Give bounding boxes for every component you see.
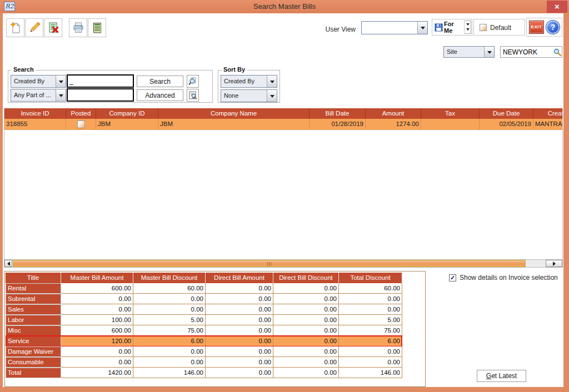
col-header: Master Bill Amount [61,273,133,283]
cell: 6.00 [133,336,206,346]
search-text-input[interactable] [67,74,134,88]
cell: 0.00 [339,304,402,315]
col-header[interactable]: Bill Date [310,108,366,119]
show-details-label: Show details on Invoice selection [460,274,558,282]
site-dropdown-button[interactable] [484,47,494,57]
details-row-labor[interactable]: Labor 100.00 5.00 0.00 0.00 5.00 [6,315,402,325]
delete-button[interactable] [44,18,62,37]
cell: 0.00 [339,346,402,357]
row-title: Service [6,336,61,346]
scroll-left-button[interactable] [4,260,12,267]
dropdown-button[interactable] [267,76,277,87]
site-search-input[interactable] [501,47,552,57]
cell: 0.00 [273,357,339,368]
search-field-selector[interactable]: Created By [11,75,66,88]
row-title: Misc [6,325,61,336]
details-row-misc[interactable]: Misc 600.00 75.00 0.00 0.00 75.00 [6,325,402,336]
details-row-rental[interactable]: Rental 600.00 60.00 0.00 0.00 60.00 [6,283,402,294]
col-header[interactable]: Tax [421,108,480,119]
chevron-down-icon [421,27,425,29]
posted-checkbox[interactable] [77,120,85,128]
details-row-subrental[interactable]: Subrental 0.00 0.00 0.00 0.00 0.00 [6,294,402,304]
export-grid-button[interactable] [88,18,106,37]
col-header[interactable]: Company Name [158,108,310,119]
cell: 0.00 [206,294,273,304]
col-header[interactable]: Company ID [96,108,158,119]
export-grid-icon [91,21,104,34]
spinner-arrow-icon [466,23,470,26]
cell: 5.00 [339,315,402,325]
user-view-dropdown-button[interactable] [417,22,427,34]
dropdown-button[interactable] [56,76,66,87]
cell: 146.00 [339,368,402,378]
advanced-find-button[interactable] [187,89,199,102]
for-me-button[interactable]: For Me [433,21,464,34]
col-header[interactable]: Due Date [480,108,533,119]
help-button[interactable]: ? [546,21,560,34]
cell: 0.00 [273,294,339,304]
details-row-damage-waiver[interactable]: Damage Waiver 0.00 0.00 0.00 0.00 0.00 [6,346,402,357]
close-button[interactable]: × [547,1,567,13]
default-checkbox[interactable] [480,24,487,31]
cell-due-date: 02/05/2019 [480,119,533,129]
scroll-right-button[interactable] [546,260,562,267]
cell: 0.00 [339,294,402,304]
window-title: Search Master Bills [0,0,569,13]
sort-secondary-selector[interactable]: None [221,89,277,102]
chevron-down-icon [270,81,274,83]
edit-pencil-icon [28,21,41,34]
dropdown-button[interactable] [267,90,277,102]
exit-button[interactable]: EXIT [529,21,544,34]
cell: 0.00 [61,346,133,357]
arrow-right-icon [553,262,556,266]
default-label: Default [490,24,511,32]
get-latest-button[interactable]: Get Latest [477,370,526,382]
user-view-value [362,22,417,34]
col-header[interactable]: Posted [66,108,96,119]
chevron-down-icon [59,81,63,83]
search-button[interactable]: Search [137,76,183,87]
site-magnifier-icon[interactable] [553,48,562,57]
for-me-label: For Me [444,21,464,34]
print-button[interactable] [69,18,87,37]
save-floppy-icon [435,23,443,32]
cell: 0.00 [133,294,206,304]
close-icon: × [555,2,560,11]
details-panel: Title Master Bill Amount Master Bill Dis… [4,271,426,387]
col-header[interactable]: Created By [533,108,563,119]
sort-primary-selector[interactable]: Created By [221,75,277,88]
search-text-input-2[interactable] [67,88,134,102]
for-me-spinner[interactable] [464,21,471,34]
details-row-total[interactable]: Total 1420.00 146.00 0.00 0.00 146.00 [6,368,402,378]
cell: 0.00 [206,368,273,378]
details-row-sales[interactable]: Sales 0.00 0.00 0.00 0.00 0.00 [6,304,402,315]
invoice-row-selected[interactable]: 318855 JBM JBM 01/28/2019 1274.00 02/05/… [4,119,563,130]
scrollbar-thumb[interactable] [13,260,526,267]
user-view-combobox[interactable] [361,21,428,34]
col-header[interactable]: Amount [366,108,421,119]
cell: 0.00 [133,304,206,315]
dropdown-button[interactable] [56,89,66,101]
cell: 60.00 [133,283,206,294]
search-match-selector[interactable]: Any Part of ... [11,89,66,102]
edit-button[interactable] [25,18,43,37]
cell-tax [421,119,480,129]
details-row-service-selected[interactable]: Service 120.00 6.00 0.00 0.00 6.00 [6,336,402,346]
user-view-label: User View [311,26,356,33]
new-button[interactable] [6,18,24,37]
advanced-button[interactable]: Advanced [137,89,183,101]
show-details-checkbox[interactable] [449,274,456,282]
cell: 1420.00 [61,368,133,378]
for-me-group: For Me [432,19,472,36]
search-master-bills-window: Search Master Bills R2 × [0,0,569,392]
row-title: Damage Waiver [6,346,61,357]
cell: 75.00 [133,325,206,336]
cell: 75.00 [339,325,402,336]
help-icon: ? [551,23,556,32]
site-selector[interactable]: Site [443,46,495,58]
details-row-consumable[interactable]: Consumable 0.00 0.00 0.00 0.00 0.00 [6,357,402,368]
cell: 5.00 [133,315,206,325]
quick-search-button[interactable] [187,75,199,88]
cell: 0.00 [133,357,206,368]
col-header[interactable]: Invoice ID [4,108,66,119]
